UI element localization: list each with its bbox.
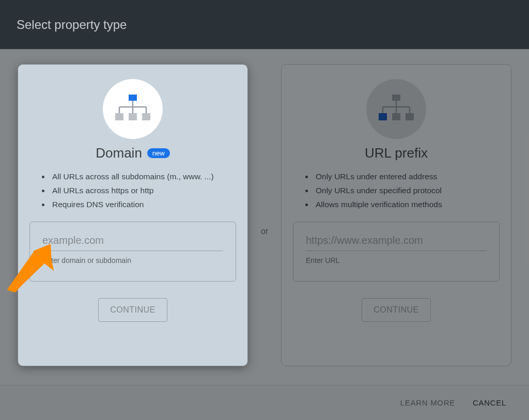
domain-feature-list: All URLs across all subdomains (m., www.… bbox=[41, 169, 214, 211]
svg-rect-1 bbox=[115, 113, 123, 120]
svg-rect-4 bbox=[392, 95, 400, 101]
list-item: All URLs across https or http bbox=[50, 183, 214, 197]
continue-button-url-prefix[interactable]: CONTINUE bbox=[362, 298, 431, 322]
card-url-prefix[interactable]: URL prefix Only URLs under entered addre… bbox=[281, 64, 511, 366]
or-separator: or bbox=[248, 227, 281, 236]
badge-new: new bbox=[147, 148, 170, 158]
url-prefix-input[interactable] bbox=[306, 235, 487, 251]
url-prefix-feature-list: Only URLs under entered address Only URL… bbox=[304, 169, 442, 211]
dialog-footer: LEARN MORE CANCEL bbox=[0, 385, 529, 420]
domain-input-box: Enter domain or subdomain bbox=[29, 222, 236, 282]
list-item: Requires DNS verification bbox=[50, 197, 214, 211]
list-item: All URLs across all subdomains (m., www.… bbox=[50, 169, 214, 183]
sitemap-icon bbox=[114, 95, 151, 123]
svg-rect-3 bbox=[142, 113, 150, 120]
svg-rect-7 bbox=[406, 113, 414, 120]
domain-input-helper: Enter domain or subdomain bbox=[42, 256, 223, 265]
card-domain-title: Domain bbox=[96, 145, 142, 161]
learn-more-button[interactable]: LEARN MORE bbox=[400, 398, 455, 407]
svg-rect-6 bbox=[392, 113, 400, 120]
list-item: Only URLs under specified protocol bbox=[314, 183, 442, 197]
cancel-button[interactable]: CANCEL bbox=[473, 398, 506, 407]
dialog-title: Select property type bbox=[17, 18, 127, 32]
svg-rect-2 bbox=[129, 113, 137, 120]
url-prefix-input-helper: Enter URL bbox=[306, 256, 487, 265]
list-item: Allows multiple verification methods bbox=[314, 197, 442, 211]
svg-rect-5 bbox=[379, 113, 387, 120]
url-prefix-icon-circle bbox=[366, 79, 426, 139]
domain-icon-circle bbox=[103, 79, 163, 139]
dialog-header: Select property type bbox=[0, 0, 529, 49]
card-url-prefix-title: URL prefix bbox=[365, 145, 428, 161]
svg-rect-0 bbox=[129, 95, 137, 101]
list-item: Only URLs under entered address bbox=[314, 169, 442, 183]
url-prefix-input-box: Enter URL bbox=[293, 222, 500, 282]
sitemap-icon bbox=[378, 95, 415, 123]
continue-button-domain[interactable]: CONTINUE bbox=[98, 298, 167, 322]
card-domain[interactable]: Domain new All URLs across all subdomain… bbox=[18, 64, 248, 366]
domain-input[interactable] bbox=[42, 235, 223, 251]
